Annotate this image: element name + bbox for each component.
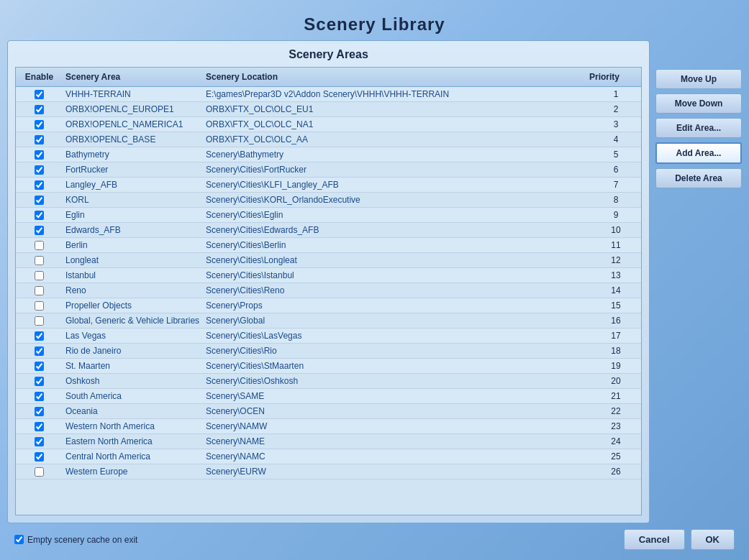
row-area: Istanbul: [63, 268, 203, 283]
row-area: Western North America: [63, 419, 203, 433]
app-title: Scenery Library: [7, 14, 742, 35]
table-row: Langley_AFBScenery\Cities\KLFI_Langley_A…: [16, 178, 641, 193]
table-row: OceaniaScenery\OCEN22: [16, 404, 641, 419]
row-checkbox[interactable]: [35, 331, 44, 341]
scenery-table: Enable Scenery Area Scenery Location Pri…: [15, 67, 642, 515]
row-checkbox[interactable]: [35, 256, 44, 265]
edit-area-button[interactable]: Edit Area...: [655, 118, 742, 138]
row-area: Propeller Objects: [63, 298, 203, 313]
row-area: ORBX!OPENLC_EUROPE1: [63, 102, 203, 116]
row-checkbox[interactable]: [35, 301, 44, 311]
table-body[interactable]: VHHH-TERRAINE:\games\Prepar3D v2\Addon S…: [16, 87, 641, 514]
row-location: Scenery\NAME: [203, 434, 591, 449]
col-header-location: Scenery Location: [203, 70, 579, 83]
table-row: BathymetryScenery\Bathymetry5: [16, 147, 641, 162]
row-enable-cell: [16, 315, 63, 327]
row-checkbox[interactable]: [35, 120, 44, 129]
row-checkbox[interactable]: [35, 452, 44, 462]
row-checkbox[interactable]: [35, 422, 44, 431]
row-area: Eastern North America: [63, 434, 203, 449]
delete-area-button[interactable]: Delete Area: [655, 168, 742, 188]
row-priority: 25: [591, 449, 641, 464]
row-priority: 13: [591, 268, 641, 283]
row-location: Scenery\NAMW: [203, 419, 591, 433]
row-location: Scenery\Cities\KLFI_Langley_AFB: [203, 178, 591, 192]
title-bar: Scenery Library: [7, 7, 742, 40]
row-checkbox[interactable]: [35, 377, 44, 386]
row-enable-cell: [16, 104, 63, 116]
row-checkbox[interactable]: [35, 150, 44, 160]
add-area-button[interactable]: Add Area...: [655, 142, 742, 164]
row-enable-cell: [16, 88, 63, 101]
row-location: Scenery\Cities\Longleat: [203, 253, 591, 267]
row-checkbox[interactable]: [35, 437, 44, 446]
row-priority: 10: [591, 223, 641, 237]
table-row: BerlinScenery\Cities\Berlin11: [16, 238, 641, 253]
move-down-button[interactable]: Move Down: [655, 93, 742, 114]
table-row: IstanbulScenery\Cities\Istanbul13: [16, 268, 641, 283]
row-checkbox[interactable]: [35, 271, 44, 280]
table-header: Enable Scenery Area Scenery Location Pri…: [16, 68, 641, 87]
row-location: Scenery\SAME: [203, 389, 591, 403]
empty-cache-checkbox[interactable]: [14, 535, 24, 544]
row-location: Scenery\Cities\Berlin: [203, 238, 591, 252]
row-checkbox[interactable]: [35, 407, 44, 416]
row-checkbox[interactable]: [35, 346, 44, 356]
row-area: Rio de Janeiro: [63, 344, 203, 358]
row-checkbox[interactable]: [35, 467, 44, 477]
row-enable-cell: [16, 254, 63, 267]
table-row: VHHH-TERRAINE:\games\Prepar3D v2\Addon S…: [16, 87, 641, 102]
row-checkbox[interactable]: [35, 211, 44, 220]
col-header-enable: Enable: [16, 70, 63, 83]
row-priority: 3: [591, 117, 641, 132]
row-location: Scenery\Cities\Edwards_AFB: [203, 223, 591, 237]
row-area: Oceania: [63, 404, 203, 418]
row-location: ORBX\FTX_OLC\OLC_AA: [203, 132, 591, 147]
row-checkbox[interactable]: [35, 105, 44, 114]
row-area: St. Maarten: [63, 359, 203, 373]
footer-buttons: Cancel OK: [624, 529, 735, 550]
row-checkbox[interactable]: [35, 90, 44, 99]
row-priority: 6: [591, 162, 641, 177]
row-checkbox[interactable]: [35, 362, 44, 371]
row-area: Reno: [63, 283, 203, 298]
row-enable-cell: [16, 466, 63, 478]
table-row: KORLScenery\Cities\KORL_OrlandoExecutive…: [16, 193, 641, 208]
table-row: RenoScenery\Cities\Reno14: [16, 283, 641, 298]
row-checkbox[interactable]: [35, 392, 44, 401]
row-enable-cell: [16, 300, 63, 312]
row-area: Langley_AFB: [63, 178, 203, 192]
row-priority: 2: [591, 102, 641, 116]
table-row: Western EuropeScenery\EURW26: [16, 464, 641, 479]
row-area: ORBX!OPENLC_NAMERICA1: [63, 117, 203, 132]
row-priority: 4: [591, 132, 641, 147]
table-row: Global, Generic & Vehicle LibrariesScene…: [16, 313, 641, 329]
table-row: FortRuckerScenery\Cities\FortRucker6: [16, 162, 641, 178]
row-checkbox[interactable]: [35, 226, 44, 235]
row-priority: 23: [591, 419, 641, 433]
row-location: Scenery\Cities\Eglin: [203, 208, 591, 222]
row-checkbox[interactable]: [35, 135, 44, 144]
row-checkbox[interactable]: [35, 196, 44, 205]
row-priority: 22: [591, 404, 641, 418]
ok-button[interactable]: OK: [691, 529, 735, 550]
table-row: Propeller ObjectsScenery\Props15: [16, 298, 641, 313]
row-location: ORBX\FTX_OLC\OLC_EU1: [203, 102, 591, 116]
move-up-button[interactable]: Move Up: [655, 69, 742, 89]
row-priority: 15: [591, 298, 641, 313]
table-row: ORBX!OPENLC_BASEORBX\FTX_OLC\OLC_AA4: [16, 132, 641, 147]
row-checkbox[interactable]: [35, 241, 44, 250]
row-checkbox[interactable]: [35, 286, 44, 295]
main-panel: Scenery Areas Enable Scenery Area Scener…: [7, 40, 650, 523]
row-checkbox[interactable]: [35, 180, 44, 190]
row-area: Eglin: [63, 208, 203, 222]
row-enable-cell: [16, 345, 63, 357]
footer: Empty scenery cache on exit Cancel OK: [7, 523, 742, 553]
table-row: Rio de JaneiroScenery\Cities\Rio18: [16, 344, 641, 359]
row-checkbox[interactable]: [35, 165, 44, 175]
cancel-button[interactable]: Cancel: [624, 529, 685, 550]
empty-cache-label: Empty scenery cache on exit: [27, 535, 137, 545]
row-priority: 11: [591, 238, 641, 252]
row-checkbox[interactable]: [35, 316, 44, 326]
row-enable-cell: [16, 285, 63, 297]
